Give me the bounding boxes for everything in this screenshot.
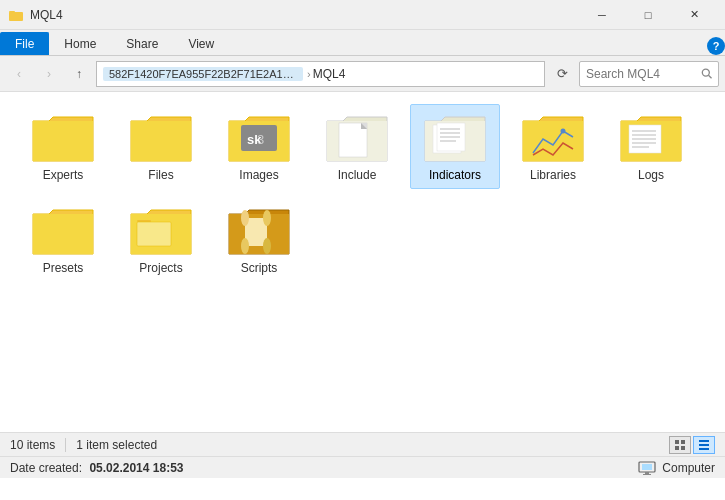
folder-label: Scripts	[241, 261, 278, 275]
svg-rect-42	[137, 222, 171, 246]
selected-status: 1 item selected	[76, 438, 157, 452]
svg-rect-41	[137, 220, 151, 222]
folder-item-experts[interactable]: Experts	[18, 104, 108, 189]
tab-file[interactable]: File	[0, 32, 49, 55]
folder-item-files[interactable]: Files	[116, 104, 206, 189]
folder-icon	[325, 111, 389, 165]
svg-rect-55	[699, 444, 709, 446]
folder-icon	[521, 111, 585, 165]
svg-point-49	[263, 238, 271, 254]
svg-rect-53	[681, 446, 685, 450]
svg-rect-52	[675, 446, 679, 450]
tab-home[interactable]: Home	[49, 32, 111, 55]
folder-item-logs[interactable]: Logs	[606, 104, 696, 189]
folder-icon	[31, 111, 95, 165]
computer-text: Computer	[662, 461, 715, 475]
folder-icon: sk 3	[227, 111, 291, 165]
search-box[interactable]	[579, 61, 719, 87]
status-separator	[65, 438, 66, 452]
status-items: 10 items 1 item selected	[10, 438, 157, 452]
info-bar: Date created: 05.02.2014 18:53 Computer	[0, 456, 725, 478]
computer-icon	[638, 461, 656, 475]
status-bar: 10 items 1 item selected	[0, 432, 725, 456]
svg-point-47	[263, 210, 271, 226]
tab-share[interactable]: Share	[111, 32, 173, 55]
folder-icon	[129, 204, 193, 258]
folder-item-presets[interactable]: Presets	[18, 197, 108, 282]
folder-item-libraries[interactable]: Libraries	[508, 104, 598, 189]
date-info: Date created: 05.02.2014 18:53	[10, 461, 183, 475]
svg-rect-56	[699, 448, 709, 450]
svg-marker-5	[33, 121, 93, 161]
folder-item-images[interactable]: sk 3 Images	[214, 104, 304, 189]
folder-icon	[227, 204, 291, 258]
window-title: MQL4	[30, 8, 579, 22]
maximize-button[interactable]: □	[625, 0, 671, 30]
svg-rect-59	[645, 472, 649, 474]
date-label: Date created:	[10, 461, 82, 475]
folder-icon	[423, 111, 487, 165]
folder-label: Projects	[139, 261, 182, 275]
path-current: MQL4	[313, 67, 346, 81]
address-bar: ‹ › ↑ 582F1420F7EA955F22B2F71E2A1B... › …	[0, 56, 725, 92]
window-controls: ─ □ ✕	[579, 0, 717, 30]
title-bar: MQL4 ─ □ ✕	[0, 0, 725, 30]
window-icon	[8, 7, 24, 23]
svg-rect-60	[643, 474, 651, 475]
folder-label: Libraries	[530, 168, 576, 182]
folder-label: Indicators	[429, 168, 481, 182]
svg-rect-51	[681, 440, 685, 444]
folder-label: Presets	[43, 261, 84, 275]
folder-item-include[interactable]: Include	[312, 104, 402, 189]
path-short: 582F1420F7EA955F22B2F71E2A1B...	[103, 67, 303, 81]
title-icons	[8, 7, 24, 23]
search-icon	[701, 67, 712, 80]
refresh-button[interactable]: ⟳	[549, 61, 575, 87]
view-icons	[669, 436, 715, 454]
view-toggle	[669, 436, 715, 454]
close-button[interactable]: ✕	[671, 0, 717, 30]
folder-label: Include	[338, 168, 377, 182]
ribbon-tabs: File Home Share View ?	[0, 30, 725, 56]
svg-point-28	[561, 129, 566, 134]
list-view-button[interactable]	[693, 436, 715, 454]
folder-label: Files	[148, 168, 173, 182]
date-value: 05.02.2014 18:53	[89, 461, 183, 475]
folder-icon	[129, 111, 193, 165]
folder-item-scripts[interactable]: Scripts	[214, 197, 304, 282]
address-path[interactable]: 582F1420F7EA955F22B2F71E2A1B... › MQL4	[96, 61, 545, 87]
folder-icon	[31, 204, 95, 258]
folder-icon	[619, 111, 683, 165]
folder-label: Logs	[638, 168, 664, 182]
svg-point-46	[241, 210, 249, 226]
svg-marker-7	[131, 121, 191, 161]
svg-text:3: 3	[257, 132, 264, 147]
up-button[interactable]: ↑	[66, 61, 92, 87]
help-button[interactable]: ?	[707, 37, 725, 55]
folder-item-indicators[interactable]: Indicators	[410, 104, 500, 189]
folder-view: Experts Files sk 3 Images Include	[0, 92, 725, 432]
svg-rect-54	[699, 440, 709, 442]
folder-label: Images	[239, 168, 278, 182]
svg-point-48	[241, 238, 249, 254]
svg-rect-1	[9, 12, 23, 21]
path-separator: ›	[307, 68, 311, 80]
grid-view-button[interactable]	[669, 436, 691, 454]
minimize-button[interactable]: ─	[579, 0, 625, 30]
tab-view[interactable]: View	[173, 32, 229, 55]
folder-item-projects[interactable]: Projects	[116, 197, 206, 282]
svg-rect-50	[675, 440, 679, 444]
svg-rect-58	[642, 464, 652, 470]
search-input[interactable]	[586, 67, 697, 81]
computer-label: Computer	[638, 461, 715, 475]
items-count: 10 items	[10, 438, 55, 452]
folder-label: Experts	[43, 168, 84, 182]
svg-line-3	[708, 75, 711, 78]
forward-button[interactable]: ›	[36, 61, 62, 87]
svg-point-2	[702, 69, 709, 76]
svg-marker-38	[33, 214, 93, 254]
back-button[interactable]: ‹	[6, 61, 32, 87]
